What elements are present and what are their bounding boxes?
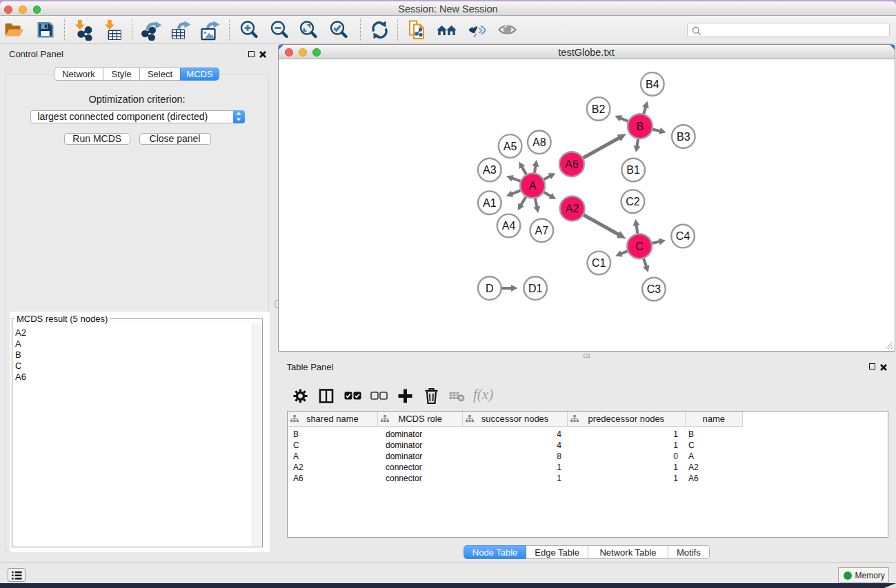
svg-text:A7: A7 [535, 225, 548, 236]
svg-text:B1: B1 [626, 164, 640, 176]
svg-text:A8: A8 [532, 136, 546, 148]
svg-text:C4: C4 [675, 230, 690, 242]
svg-text:B2: B2 [591, 103, 605, 115]
svg-text:D1: D1 [528, 283, 542, 294]
svg-text:A: A [528, 180, 536, 192]
svg-text:C1: C1 [592, 257, 606, 269]
svg-text:A1: A1 [483, 197, 497, 209]
svg-text:A2: A2 [565, 203, 579, 214]
svg-text:A5: A5 [503, 141, 517, 152]
svg-text:B3: B3 [677, 131, 690, 143]
svg-text:B4: B4 [646, 79, 659, 90]
svg-text:A3: A3 [483, 164, 497, 176]
svg-text:A6: A6 [565, 159, 579, 170]
svg-text:C2: C2 [626, 196, 640, 207]
svg-text:C: C [635, 241, 644, 252]
svg-text:C3: C3 [646, 283, 661, 295]
svg-text:B: B [636, 121, 644, 132]
svg-text:D: D [486, 283, 494, 294]
svg-text:A4: A4 [501, 220, 515, 232]
